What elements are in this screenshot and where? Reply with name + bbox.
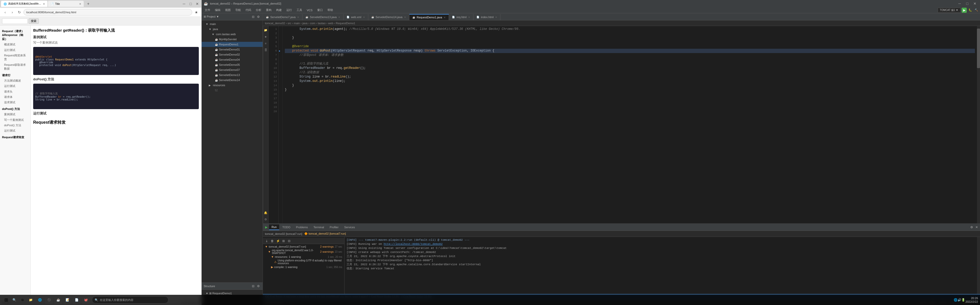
editor-scrollbar[interactable]	[977, 26, 980, 223]
run-item-3[interactable]: ⚠ Using platform encoding (UTF-8 actuall…	[263, 259, 344, 264]
editor-tab-serveletdemo7[interactable]: ☕ ServeletDemo7.java ✕	[263, 14, 302, 20]
nav-item-request-forward[interactable]: Request请求转发	[0, 135, 30, 140]
editor-tab-requestdemo1[interactable]: ☕ RequestDemo1.java ✕	[409, 14, 449, 20]
run-expand-btn[interactable]: ⊞	[281, 239, 286, 243]
taskbar-edge[interactable]: 🌐	[36, 296, 44, 304]
browser-tab-1[interactable]: 🌐 高级程序员系教程(JavaWeb篇) ✕	[1, 1, 48, 7]
nav-item-request-system[interactable]: Request阅览体系责	[0, 53, 30, 62]
tree-settings-btn[interactable]: ⚙	[256, 14, 261, 19]
start-button[interactable]: ⊞	[2, 296, 10, 304]
run-scroll-end-btn[interactable]: ⤓	[264, 239, 269, 243]
log-link-url[interactable]: http://localhost:8080/tomcat_demo02	[383, 243, 442, 246]
taskbar-search[interactable]: 🔍	[10, 296, 18, 304]
structure-expand-btn[interactable]: ⊟	[251, 284, 256, 288]
problems-tab[interactable]: Problems	[293, 224, 310, 230]
menu-run[interactable]: 运行	[284, 8, 294, 13]
tree-item-serveletdemo13[interactable]: ☕ ServeletDemo13	[202, 72, 262, 78]
nav-item-request-data[interactable]: Request获取请求数据	[0, 62, 30, 71]
nav-item-dopost-method[interactable]: doPost() 方法	[0, 123, 30, 128]
forward-btn[interactable]: ›	[9, 9, 15, 15]
nav-item-request-line[interactable]: 请求行	[0, 73, 30, 78]
nav-item-run-test[interactable]: 运行测试	[0, 48, 30, 53]
ide-minimize[interactable]: ─	[956, 0, 963, 6]
nav-item-overview[interactable]: 概述测试	[0, 42, 30, 47]
menu-refactor[interactable]: 重构	[264, 8, 274, 13]
taskbar-vscode[interactable]: 📝	[63, 296, 72, 304]
tab-close-reqhtml[interactable]: ✕	[468, 16, 470, 19]
taskbar-clock[interactable]: 20:26 2022/2/22	[966, 296, 978, 304]
nav-item-request-body[interactable]: 请求体	[0, 94, 30, 100]
tree-item-serveletdemo14[interactable]: ☕ ServeletDemo14	[202, 78, 262, 83]
menu-file[interactable]: 文件	[203, 8, 212, 13]
nav-item-method-overview[interactable]: 方法测试概述	[0, 78, 30, 83]
services-tab[interactable]: Services	[342, 224, 358, 230]
taskview-btn[interactable]: ⧉	[18, 296, 27, 304]
run-tab[interactable]: Run	[269, 224, 279, 230]
run-config-1[interactable]: tomcat_demo02 [tomcat7:run]	[265, 232, 302, 235]
tab-close-indexhtml[interactable]: ✕	[495, 16, 497, 19]
taskbar-search-box[interactable]: 🔍 在这里输入你要搜索的内容	[92, 296, 169, 303]
structure-settings-btn[interactable]: ⚙	[256, 284, 261, 288]
nav-item-write-case[interactable]: 写一个案例测试	[0, 117, 30, 123]
taskbar-system-icons[interactable]: 🌐 🔊 🔋	[955, 296, 963, 304]
taskbar-typora[interactable]: 📄	[73, 296, 81, 304]
code-editor[interactable]: 📁 ★ ≡ 🗄 🔔 ⚙ 12345 678910 1112131415 1617…	[263, 26, 980, 223]
tab-close-s13[interactable]: ✕	[338, 16, 340, 19]
menu-window[interactable]: 窗口	[315, 8, 325, 13]
taskbar-explorer[interactable]: 📁	[27, 296, 35, 304]
browser-minimize[interactable]: ─	[181, 1, 187, 7]
tree-item-serveletdemo02[interactable]: ☕ ServeletDemo02	[202, 52, 262, 57]
run-config-selector[interactable]: TOMCAT 服1 ▼	[938, 8, 961, 13]
run-config-2[interactable]: 🔶 tomcat_demo02 [tomcat7:run]	[304, 232, 346, 235]
database-icon[interactable]: 🗄	[263, 47, 269, 53]
run-filter-btn[interactable]: ⚡	[275, 239, 280, 243]
ide-maximize[interactable]: □	[964, 0, 970, 6]
project-icon[interactable]: 📁	[263, 27, 269, 33]
code-content[interactable]: System.out.println(agent); //Mozilla/5.0…	[283, 26, 977, 223]
bottom-settings-btn[interactable]: ⚙	[969, 225, 974, 230]
tab-close-rd1[interactable]: ✕	[444, 16, 445, 19]
profiler-tab[interactable]: Profiler	[327, 224, 341, 230]
menu-tools[interactable]: 工具	[294, 8, 304, 13]
taskbar-chrome[interactable]: ⚫	[45, 296, 53, 304]
browser-tab-2[interactable]: 📄 Title ✕	[48, 1, 84, 7]
editor-tab-serveletdemo14[interactable]: ☕ ServeletDemo14.java ✕	[368, 14, 409, 20]
build-button[interactable]: 🔨	[974, 8, 979, 13]
nav-item-dopost[interactable]: doPost() 方法	[0, 106, 30, 112]
tree-item-serveletdemo05[interactable]: ☕ ServeletDemo05	[202, 62, 262, 67]
tree-item-main[interactable]: ▼ main	[202, 21, 262, 27]
menu-navigate[interactable]: 导航	[233, 8, 243, 13]
tab-close-webxml[interactable]: ✕	[363, 16, 365, 19]
nav-item-case-test[interactable]: 案例测试	[0, 112, 30, 117]
back-btn[interactable]: ‹	[2, 9, 8, 15]
menu-vcs[interactable]: VCS	[305, 8, 315, 12]
tree-item-requestdemo1[interactable]: ☕ RequestDemo1	[202, 42, 262, 47]
bottom-close-btn[interactable]: ✕	[974, 225, 979, 230]
browser-maximize[interactable]: □	[188, 1, 194, 7]
tree-item-serveletdemo01[interactable]: ☕ ServeletDemo01	[202, 47, 262, 52]
nav-item-run-test3[interactable]: 运行测试	[0, 128, 30, 133]
structure-icon2[interactable]: ≡	[263, 40, 269, 46]
tree-item-serveletdemo04[interactable]: ☕ ServeletDemo04	[202, 57, 262, 62]
menu-build[interactable]: 构建	[274, 8, 284, 13]
tree-item-myhttpservlet[interactable]: ☕ MyHttpServlet	[202, 37, 262, 42]
address-bar[interactable]: localhost:8080/tomcat_demo02/req.html	[24, 9, 192, 16]
notifications-icon[interactable]: 🔔	[263, 210, 269, 216]
tab-close-s7[interactable]: ✕	[297, 16, 299, 19]
run-output[interactable]: [INFO] --- tomcat7-maven-plugin:2.2:run …	[345, 237, 977, 294]
debug-button[interactable]: 🐛	[968, 8, 973, 13]
tree-collapse-btn[interactable]: ⊟	[251, 14, 256, 19]
run-button[interactable]: ▶	[962, 8, 967, 13]
editor-tab-webxml[interactable]: 📄 web.xml ✕	[344, 14, 368, 20]
run-item-4[interactable]: ▶ compile: 1 warning 1 sec, 956 ms	[263, 264, 344, 270]
menu-help[interactable]: 帮助	[325, 8, 335, 13]
menu-edit[interactable]: 编辑	[213, 8, 223, 13]
browser-tab-1-close[interactable]: ✕	[43, 3, 45, 5]
tab-close-s14[interactable]: ✕	[404, 16, 406, 19]
search-input[interactable]	[2, 18, 27, 24]
nav-item-trace-test[interactable]: 追求测试	[0, 100, 30, 105]
taskbar-idea[interactable]: ☕	[54, 296, 62, 304]
run-item-1[interactable]: ▼ org.apache.tomcat_demo02:war:1.0-SNAPS…	[263, 249, 344, 254]
run-collapse-btn[interactable]: ⊟	[287, 239, 291, 243]
run-btn[interactable]: ▶	[264, 225, 269, 230]
